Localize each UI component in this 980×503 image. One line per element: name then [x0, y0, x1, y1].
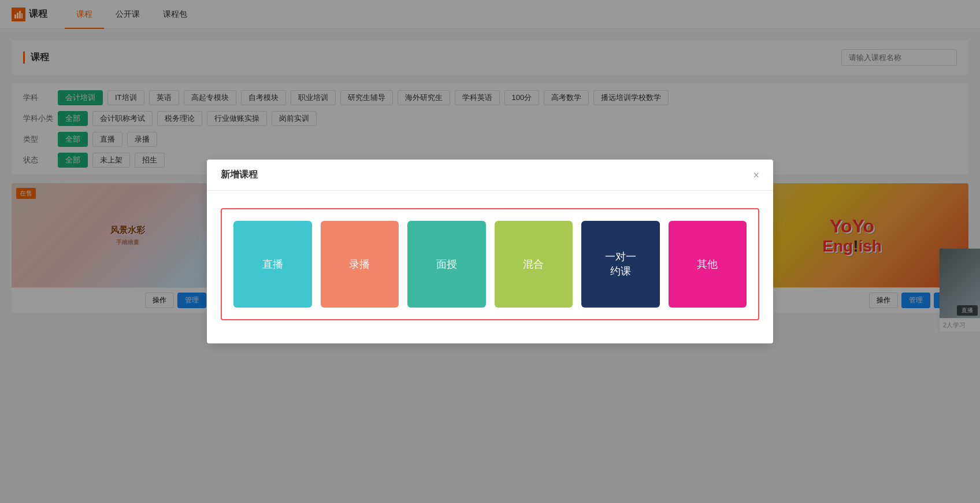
option-other[interactable]: 其他 — [669, 221, 747, 308]
option-one-on-one-label: 一对一约课 — [605, 250, 636, 279]
modal-body: 直播 录播 面授 混合 一对一约课 其他 — [207, 191, 773, 343]
option-one-on-one[interactable]: 一对一约课 — [581, 221, 660, 308]
option-recorded[interactable]: 录播 — [321, 221, 399, 308]
option-mixed-label: 混合 — [523, 257, 544, 271]
option-mixed[interactable]: 混合 — [495, 221, 573, 308]
option-live-label: 直播 — [262, 257, 283, 271]
option-other-label: 其他 — [697, 257, 718, 271]
modal-header: 新增课程 × — [207, 160, 773, 191]
modal-overlay[interactable]: 新增课程 × 直播 录播 面授 混合 一对一约课 — [0, 0, 980, 503]
option-face[interactable]: 面授 — [407, 221, 486, 308]
course-type-options: 直播 录播 面授 混合 一对一约课 其他 — [221, 208, 759, 320]
new-course-modal: 新增课程 × 直播 录播 面授 混合 一对一约课 — [207, 160, 773, 343]
modal-close-button[interactable]: × — [753, 170, 759, 180]
modal-title: 新增课程 — [221, 169, 258, 181]
option-face-label: 面授 — [436, 257, 457, 271]
option-recorded-label: 录播 — [349, 257, 370, 271]
option-live[interactable]: 直播 — [233, 221, 312, 308]
